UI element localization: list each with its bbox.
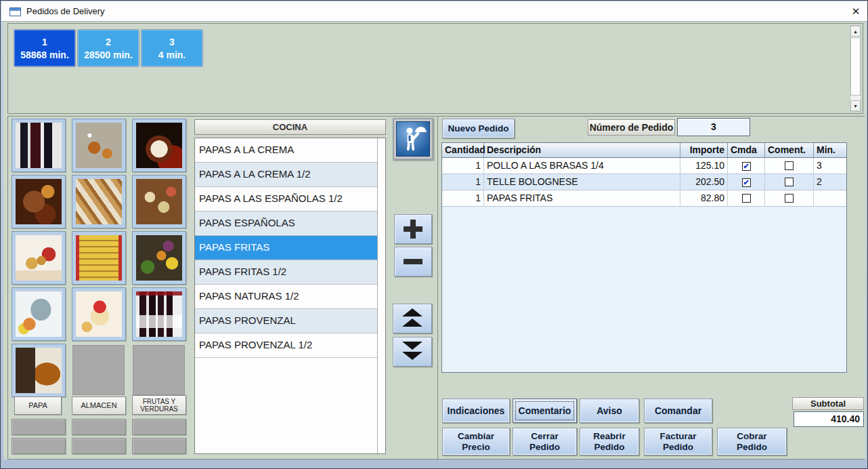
order-items-table: Cantidad Descripción Importe Cmda Coment… bbox=[441, 142, 847, 373]
menu-category-header: COCINA bbox=[194, 119, 386, 135]
menu-item[interactable]: PAPAS PROVENZAL bbox=[195, 309, 377, 333]
main-panel: PAPA ALMACEN FRUTAS YVERDURAS COCINA PAP… bbox=[7, 116, 865, 460]
comentario-button[interactable]: Comentario bbox=[513, 399, 577, 423]
order-duration: 4 min. bbox=[158, 49, 186, 60]
category-button-papa[interactable]: PAPA bbox=[14, 396, 62, 415]
menu-item[interactable]: PAPAS NATURAS 1/2 bbox=[195, 285, 377, 309]
new-order-button[interactable]: Nuevo Pedido bbox=[442, 119, 515, 138]
menu-item[interactable]: PAPAS PROVENZAL 1/2 bbox=[195, 333, 377, 358]
category-button-blank[interactable] bbox=[72, 419, 126, 435]
double-chevron-up-icon bbox=[400, 308, 425, 329]
order-panel: Nuevo Pedido Número de Pedido 3 Cantidad… bbox=[437, 117, 865, 459]
window-title: Pedidos de Delivery bbox=[26, 6, 105, 16]
cell-descripcion: PAPAS FRITAS bbox=[484, 190, 680, 206]
aviso-button[interactable]: Aviso bbox=[580, 399, 639, 423]
menu-item[interactable]: PAPAS ESPAÑOLAS bbox=[195, 211, 377, 236]
titlebar: Pedidos de Delivery ✕ bbox=[1, 1, 868, 22]
product-image-vegetable-noodles[interactable] bbox=[132, 231, 186, 285]
category-button-blank[interactable] bbox=[132, 419, 186, 435]
cell-min: 3 bbox=[814, 158, 846, 174]
product-image-appetizer-platter[interactable] bbox=[132, 175, 186, 228]
app-window: Pedidos de Delivery ✕ 1 58868 min. 2 285… bbox=[0, 0, 868, 469]
minus-icon bbox=[401, 250, 425, 273]
category-button-blank[interactable] bbox=[72, 438, 126, 454]
move-down-button[interactable] bbox=[393, 337, 432, 367]
cell-descripcion: POLLO A LAS BRASAS 1/4 bbox=[484, 158, 680, 174]
product-image-fish-seafood[interactable] bbox=[12, 287, 66, 341]
indicaciones-button[interactable]: Indicaciones bbox=[442, 399, 510, 423]
facturar-pedido-button[interactable]: FacturarPedido bbox=[644, 428, 712, 455]
scrollbar-thumb[interactable] bbox=[850, 37, 861, 96]
scroll-up-icon[interactable]: ▲ bbox=[850, 26, 861, 37]
send-to-kitchen-button[interactable] bbox=[393, 118, 433, 160]
product-image-grilled-meat[interactable] bbox=[12, 175, 66, 228]
order-number-label: Número de Pedido bbox=[588, 119, 675, 136]
move-up-button[interactable] bbox=[393, 304, 432, 333]
cell-importe: 202.50 bbox=[680, 174, 728, 190]
cmda-checkbox[interactable]: ✔ bbox=[742, 162, 751, 171]
menu-item[interactable]: PAPAS A LAS ESPAÑOLAS 1/2 bbox=[195, 187, 377, 211]
cmda-checkbox[interactable]: ✔ bbox=[742, 178, 751, 187]
order-button-2[interactable]: 2 28500 min. bbox=[77, 29, 139, 67]
menu-item[interactable]: PAPAS A LA CREMA 1/2 bbox=[195, 163, 377, 187]
product-image-wine-bottles[interactable] bbox=[132, 287, 186, 341]
product-slot-empty bbox=[72, 345, 125, 395]
order-duration: 58868 min. bbox=[20, 49, 69, 60]
cell-cantidad: 1 bbox=[442, 174, 484, 190]
reabrir-pedido-button[interactable]: ReabrirPedido bbox=[580, 428, 639, 455]
menu-list: PAPAS A LA CREMA PAPAS A LA CREMA 1/2 PA… bbox=[194, 138, 386, 454]
menu-item[interactable]: PAPAS FRITAS bbox=[195, 236, 377, 260]
product-image-whisky-bottle[interactable] bbox=[12, 344, 66, 397]
category-button-blank[interactable] bbox=[12, 419, 66, 435]
menu-box: COCINA PAPAS A LA CREMA PAPAS A LA CREMA… bbox=[194, 119, 386, 454]
product-image-burger-combo[interactable] bbox=[12, 231, 66, 285]
coment-checkbox[interactable] bbox=[785, 161, 794, 170]
cambiar-precio-button[interactable]: CambiarPrecio bbox=[442, 428, 510, 455]
product-image-cinzano-bottles[interactable] bbox=[12, 119, 66, 172]
product-image-fried-rolls[interactable] bbox=[72, 175, 126, 228]
col-header-importe: Importe bbox=[680, 143, 728, 157]
window-icon bbox=[9, 7, 21, 16]
category-button-almacen[interactable]: ALMACEN bbox=[72, 396, 126, 415]
increase-quantity-button[interactable] bbox=[394, 214, 432, 244]
product-image-flan-dessert[interactable] bbox=[72, 287, 126, 341]
coment-checkbox[interactable] bbox=[785, 178, 794, 186]
client-area: 1 58868 min. 2 28500 min. 3 4 min. ▲ ▼ bbox=[3, 22, 866, 460]
cobrar-pedido-button[interactable]: CobrarPedido bbox=[717, 428, 787, 455]
table-header-row: Cantidad Descripción Importe Cmda Coment… bbox=[442, 143, 846, 158]
product-slot-empty bbox=[133, 345, 185, 395]
menu-item[interactable]: PAPAS A LA CREMA bbox=[195, 138, 377, 163]
category-button-frutas-y-verduras[interactable]: FRUTAS YVERDURAS bbox=[132, 395, 186, 415]
order-button-3[interactable]: 3 4 min. bbox=[141, 29, 203, 67]
table-row[interactable]: 1 PAPAS FRITAS 82.80 bbox=[442, 190, 846, 207]
col-header-cmda: Cmda bbox=[728, 143, 765, 157]
table-row[interactable]: 1 TELLE BOLOGNESE 202.50 ✔ 2 bbox=[442, 174, 846, 190]
orders-panel: 1 58868 min. 2 28500 min. 3 4 min. ▲ ▼ bbox=[7, 23, 863, 114]
col-header-min: Min. bbox=[814, 143, 846, 157]
comandar-button[interactable]: Comandar bbox=[644, 399, 712, 423]
col-header-cantidad: Cantidad bbox=[442, 143, 484, 157]
menu-scrollbar-track[interactable] bbox=[377, 138, 385, 453]
subtotal-label: Subtotal bbox=[792, 397, 864, 410]
product-image-coffee-cup[interactable] bbox=[132, 119, 186, 172]
cmda-checkbox[interactable] bbox=[742, 194, 751, 203]
scroll-down-icon[interactable]: ▼ bbox=[850, 100, 861, 111]
close-icon[interactable]: ✕ bbox=[848, 4, 863, 19]
order-number: 2 bbox=[106, 37, 111, 47]
cerrar-pedido-button[interactable]: CerrarPedido bbox=[513, 428, 577, 455]
product-image-hens[interactable] bbox=[72, 119, 126, 172]
col-header-coment: Coment. bbox=[765, 143, 814, 157]
orders-scrollbar[interactable]: ▲ ▼ bbox=[850, 25, 861, 112]
category-button-blank[interactable] bbox=[132, 438, 186, 454]
cell-importe: 125.10 bbox=[680, 158, 728, 174]
product-image-menu-card[interactable] bbox=[72, 231, 126, 285]
decrease-quantity-button[interactable] bbox=[394, 247, 432, 277]
coment-checkbox[interactable] bbox=[785, 194, 794, 203]
menu-item[interactable]: PAPAS FRITAS 1/2 bbox=[195, 260, 377, 285]
double-chevron-down-icon bbox=[400, 341, 425, 363]
order-button-1[interactable]: 1 58868 min. bbox=[14, 29, 76, 67]
order-number-input[interactable]: 3 bbox=[677, 118, 750, 136]
waiter-tray-icon bbox=[396, 121, 430, 157]
table-row[interactable]: 1 POLLO A LAS BRASAS 1/4 125.10 ✔ 3 bbox=[442, 158, 846, 174]
category-button-blank[interactable] bbox=[12, 438, 66, 454]
